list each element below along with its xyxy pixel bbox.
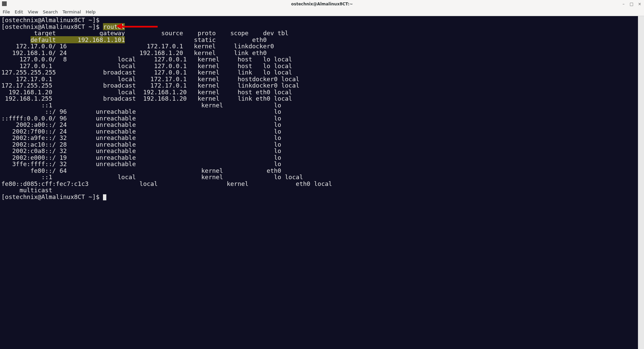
prompt-line: [ostechnix@Almalinux8CT ~]$ (1, 16, 103, 23)
output-row: ::1 local kernel lo local (1, 173, 303, 181)
output-row: 2002:c0a8::/ 32 unreachable lo (1, 147, 285, 154)
output-row: ::1 kernel lo (1, 102, 285, 109)
menu-view[interactable]: View (28, 9, 38, 14)
prompt-line: [ostechnix@Almalinux8CT ~]$ (1, 193, 103, 200)
close-button[interactable]: × (637, 2, 642, 6)
output-row: 192.168.1.255 broadcast 192.168.1.20 ker… (1, 95, 292, 102)
output-header: target gateway source proto scope dev tb… (1, 30, 288, 37)
output-row: ::/ 96 unreachable lo (1, 108, 285, 115)
output-row: static eth0 (125, 36, 270, 43)
output-row: fe80::/ 64 kernel eth0 (1, 167, 285, 174)
output-row: multicast (1, 187, 52, 194)
output-row: ::ffff:0.0.0.0/ 96 unreachable lo (1, 115, 285, 122)
menu-terminal[interactable]: Terminal (62, 9, 81, 14)
menu-edit[interactable]: Edit (15, 9, 23, 14)
output-row: 172.17.255.255 broadcast 172.17.0.1 kern… (1, 82, 300, 89)
output-row: 2002:a00::/ 24 unreachable lo (1, 121, 285, 128)
prompt-line: [ostechnix@Almalinux8CT ~]$ (1, 23, 103, 30)
output-row: 192.168.1.0/ 24 192.168.1.20 kernel link… (1, 49, 270, 56)
output-row: 2002:7f00::/ 24 unreachable lo (1, 128, 285, 135)
window-titlebar: ostechnix@Almalinux8CT:~ – □ × (0, 0, 644, 8)
menu-file[interactable]: File (3, 9, 10, 14)
default-route-highlight: default 192.168.1.101 (31, 36, 125, 43)
output-row: 172.17.0.0/ 16 172.17.0.1 kernel linkdoc… (1, 43, 278, 50)
output-row: fe80::d085:cff:fec7:c1c3 local kernel et… (1, 180, 332, 187)
window-controls: – □ × (621, 0, 642, 8)
output-row: 127.0.0.1 local 127.0.0.1 kernel host lo… (1, 62, 292, 69)
output-row: 2002:ac10::/ 28 unreachable lo (1, 141, 285, 148)
output-row (1, 36, 31, 43)
window-title: ostechnix@Almalinux8CT:~ (291, 2, 353, 6)
terminal-viewport[interactable]: [ostechnix@Almalinux8CT ~]$ [ostechnix@A… (0, 16, 644, 349)
output-row: 192.168.1.20 local 192.168.1.20 kernel h… (1, 89, 292, 96)
cursor (103, 194, 106, 200)
output-row: 2002:e000::/ 19 unreachable lo (1, 154, 285, 161)
output-row: 127.255.255.255 broadcast 127.0.0.1 kern… (1, 69, 292, 76)
menubar: File Edit View Search Terminal Help (0, 8, 644, 16)
app-icon (2, 1, 7, 6)
minimize-button[interactable]: – (621, 2, 626, 6)
output-row: 172.17.0.1 local 172.17.0.1 kernel hostd… (1, 76, 300, 83)
menu-search[interactable]: Search (43, 9, 58, 14)
output-row: 2002:a9fe::/ 32 unreachable lo (1, 134, 285, 141)
command-highlight: routel (103, 23, 125, 30)
output-row: 3ffe:ffff::/ 32 unreachable lo (1, 160, 285, 167)
maximize-button[interactable]: □ (629, 2, 634, 6)
menu-help[interactable]: Help (86, 9, 96, 14)
output-row: 127.0.0.0/ 8 local 127.0.0.1 kernel host… (1, 56, 292, 63)
